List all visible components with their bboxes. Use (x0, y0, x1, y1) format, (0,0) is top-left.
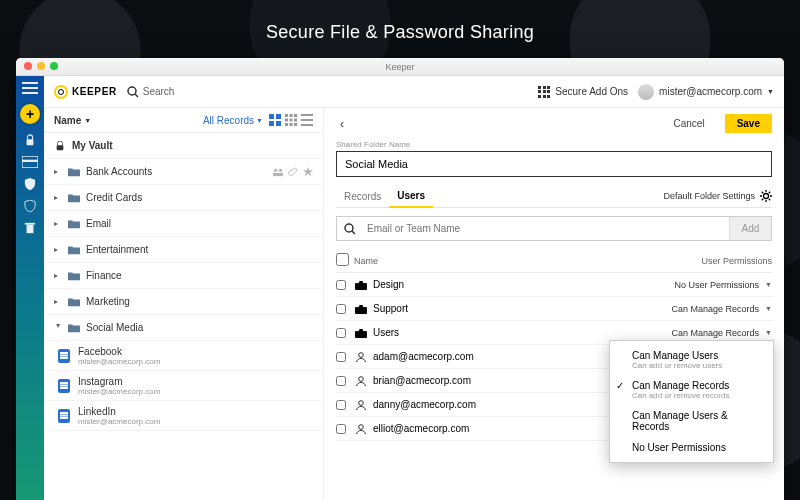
row-name: Support (373, 303, 408, 314)
view-tree-icon[interactable] (269, 114, 281, 126)
account-menu[interactable]: mister@acmecorp.com ▼ (638, 84, 774, 100)
row-checkbox[interactable] (336, 424, 346, 434)
svg-rect-17 (285, 119, 288, 122)
row-name: Design (373, 279, 404, 290)
folder-item[interactable]: ▸Finance (44, 263, 323, 289)
card-icon[interactable] (22, 156, 38, 168)
folder-name-input[interactable] (336, 151, 772, 177)
svg-point-27 (274, 168, 277, 171)
svg-rect-21 (290, 123, 293, 126)
window-title: Keeper (385, 62, 414, 72)
lock-icon (54, 141, 66, 151)
back-button[interactable]: ‹ (336, 115, 348, 133)
permissions-dropdown[interactable]: Can Manage UsersCan add or remove usersC… (609, 340, 774, 463)
folder-item[interactable]: ▸Email (44, 211, 323, 237)
folder-label: Entertainment (86, 244, 148, 255)
row-checkbox[interactable] (336, 328, 346, 338)
tab-users[interactable]: Users (389, 185, 433, 208)
svg-point-39 (345, 224, 353, 232)
svg-rect-25 (301, 124, 313, 126)
row-name: adam@acmecorp.com (373, 351, 474, 362)
detail-pane: ‹ Cancel Save Shared Folder Name Records… (324, 108, 784, 500)
lock-icon[interactable] (22, 134, 38, 146)
chevron-right-icon: ▸ (54, 219, 62, 228)
vault-tree-pane: Name▼ All Records▼ (44, 108, 324, 500)
svg-rect-2 (22, 92, 38, 94)
secure-addons-button[interactable]: Secure Add Ons (538, 86, 628, 98)
view-grid-icon[interactable] (285, 114, 297, 126)
folder-label: Email (86, 218, 111, 229)
my-vault[interactable]: My Vault (44, 133, 323, 159)
folder-item[interactable]: ▸Entertainment (44, 237, 323, 263)
svg-rect-15 (290, 114, 293, 117)
gear-icon (760, 190, 772, 202)
shield-check-icon[interactable] (22, 178, 38, 190)
svg-rect-1 (22, 87, 38, 89)
team-icon (354, 327, 368, 339)
titlebar: Keeper (16, 58, 784, 76)
svg-point-50 (359, 424, 364, 429)
user-search-input[interactable] (363, 217, 729, 240)
chevron-down-icon: ▼ (765, 305, 772, 312)
search-icon (337, 217, 363, 240)
minimize-icon[interactable] (37, 62, 45, 70)
svg-rect-26 (57, 145, 64, 150)
save-button[interactable]: Save (725, 114, 772, 133)
svg-rect-12 (269, 121, 274, 126)
record-item[interactable]: LinkedInmister@acmecorp.com (44, 401, 323, 431)
chevron-right-icon: ▸ (54, 193, 62, 202)
global-search[interactable]: Search (127, 86, 175, 98)
close-icon[interactable] (24, 62, 32, 70)
folder-label: Marketing (86, 296, 130, 307)
svg-rect-7 (25, 223, 35, 225)
user-icon (354, 351, 368, 363)
dropdown-option[interactable]: Can Manage Users & Records (610, 405, 773, 437)
vault-label: My Vault (72, 140, 113, 151)
add-button[interactable]: + (20, 104, 40, 124)
folder-icon (68, 323, 80, 333)
share-icon (273, 167, 283, 177)
row-name: Users (373, 327, 399, 338)
dropdown-option[interactable]: No User Permissions (610, 437, 773, 458)
row-checkbox[interactable] (336, 376, 346, 386)
svg-point-28 (279, 168, 282, 171)
row-checkbox[interactable] (336, 304, 346, 314)
menu-icon[interactable] (22, 82, 38, 94)
sort-dropdown[interactable]: Name▼ (54, 115, 91, 126)
folder-social-media[interactable]: ▸ Social Media (44, 315, 323, 341)
cancel-button[interactable]: Cancel (662, 114, 717, 133)
dropdown-option[interactable]: Can Manage UsersCan add or remove users (610, 345, 773, 375)
shield-icon[interactable] (22, 200, 38, 212)
svg-rect-44 (359, 305, 363, 308)
view-list-icon[interactable] (301, 114, 313, 126)
permission-select[interactable]: Can Manage Records▼ (672, 328, 773, 338)
chevron-down-icon: ▼ (767, 88, 774, 95)
folder-item[interactable]: ▸Credit Cards (44, 185, 323, 211)
folder-item[interactable]: ▸Marketing (44, 289, 323, 315)
add-user-button[interactable]: Add (729, 217, 771, 240)
folder-label: Social Media (86, 322, 143, 333)
record-item[interactable]: Instagrammister@acmecorp.com (44, 371, 323, 401)
records-filter[interactable]: All Records▼ (203, 115, 263, 126)
dropdown-option[interactable]: Can Manage RecordsCan add or remove reco… (610, 375, 773, 405)
nav-rail: + (16, 76, 44, 500)
folder-label: Bank Accounts (86, 166, 152, 177)
svg-line-40 (352, 231, 355, 234)
tab-records[interactable]: Records (336, 186, 389, 207)
svg-rect-24 (301, 119, 313, 121)
permission-select[interactable]: No User Permissions▼ (675, 280, 772, 290)
record-item[interactable]: Facebookmister@acmecorp.com (44, 341, 323, 371)
col-name: Name (354, 256, 701, 266)
svg-point-49 (359, 400, 364, 405)
row-checkbox[interactable] (336, 400, 346, 410)
trash-icon[interactable] (22, 222, 38, 234)
select-all-checkbox[interactable] (336, 253, 349, 266)
row-checkbox[interactable] (336, 352, 346, 362)
svg-rect-6 (27, 225, 34, 234)
folder-item[interactable]: ▸Bank Accounts (44, 159, 323, 185)
permission-select[interactable]: Can Manage Records▼ (672, 304, 773, 314)
zoom-icon[interactable] (50, 62, 58, 70)
record-sub: mister@acmecorp.com (78, 417, 323, 426)
default-folder-settings[interactable]: Default Folder Settings (663, 190, 772, 202)
row-checkbox[interactable] (336, 280, 346, 290)
